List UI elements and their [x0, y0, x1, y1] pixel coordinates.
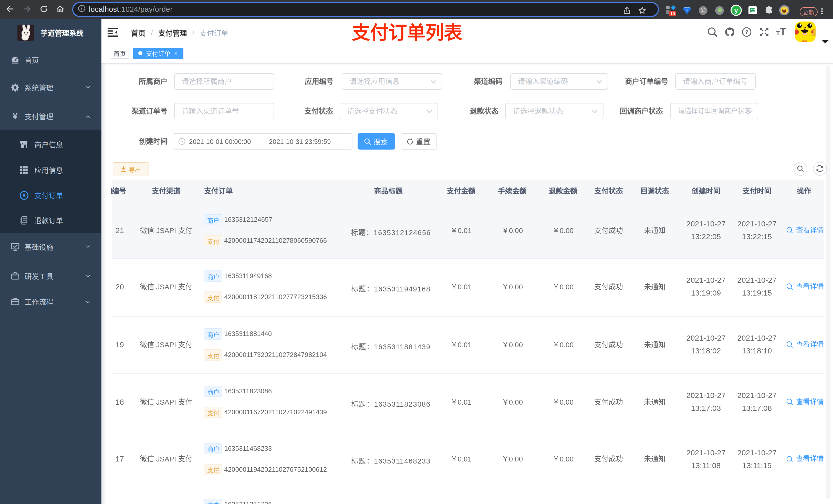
svg-text:10: 10	[670, 11, 675, 16]
svg-text:?: ?	[745, 29, 748, 35]
svg-text:¥: ¥	[23, 192, 26, 198]
